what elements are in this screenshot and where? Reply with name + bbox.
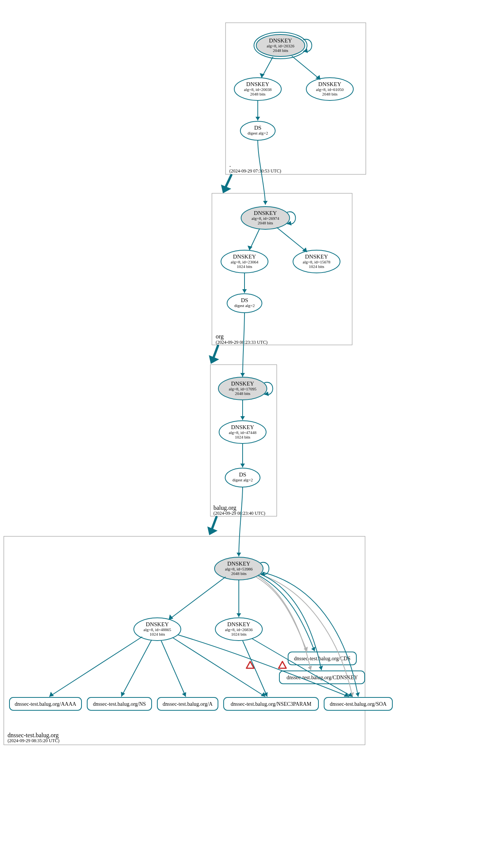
svg-text:2048 bits: 2048 bits xyxy=(235,391,251,396)
svg-text:dnssec-test.balug.org/AAAA: dnssec-test.balug.org/AAAA xyxy=(15,701,77,707)
node-root-ds[interactable]: DS digest alg=2 xyxy=(240,121,275,140)
node-root-ksk[interactable]: DNSKEY alg=8, id=20326 2048 bits xyxy=(254,32,307,59)
svg-text:DNSKEY: DNSKEY xyxy=(227,621,251,627)
svg-text:2048 bits: 2048 bits xyxy=(322,92,338,96)
dnssec-diagram: . (2024-09-29 07:30:53 UTC) DNSKEY alg=8… xyxy=(0,0,500,868)
svg-marker-19 xyxy=(255,117,260,121)
svg-text:alg=8, id=26974: alg=8, id=26974 xyxy=(252,216,279,221)
svg-marker-58 xyxy=(237,553,241,556)
edge-zsk1-a xyxy=(161,641,186,697)
svg-text:DS: DS xyxy=(239,472,246,478)
svg-marker-102 xyxy=(279,661,286,668)
svg-text:alg=8, id=20038: alg=8, id=20038 xyxy=(244,87,272,92)
svg-text:1024 bits: 1024 bits xyxy=(235,435,251,439)
svg-text:DNSKEY: DNSKEY xyxy=(231,381,254,387)
warning-icon xyxy=(279,661,286,668)
svg-text:alg=8, id=61050: alg=8, id=61050 xyxy=(316,87,344,92)
svg-text:alg=8, id=17095: alg=8, id=17095 xyxy=(229,387,257,391)
zone-root: . (2024-09-29 07:30:53 UTC) DNSKEY alg=8… xyxy=(226,23,366,174)
svg-text:DNSKEY: DNSKEY xyxy=(227,561,251,567)
svg-text:1024 bits: 1024 bits xyxy=(237,264,252,269)
edge-zone-root-org xyxy=(226,175,231,187)
node-dnssec-ksk[interactable]: DNSKEY alg=8, id=53986 2048 bits xyxy=(215,557,263,580)
svg-text:DNSKEY: DNSKEY xyxy=(146,621,169,627)
svg-text:DS: DS xyxy=(254,125,261,131)
node-root-zsk1[interactable]: DNSKEY alg=8, id=20038 2048 bits xyxy=(234,78,281,100)
svg-text:alg=8, id=23064: alg=8, id=23064 xyxy=(231,260,259,264)
svg-text:1024 bits: 1024 bits xyxy=(150,632,165,636)
svg-text:2048 bits: 2048 bits xyxy=(258,221,273,225)
edge-balug-ds-dnssec-ksk xyxy=(239,487,243,556)
svg-marker-101 xyxy=(246,661,254,668)
svg-marker-73 xyxy=(237,613,241,617)
zone-dnssec-box xyxy=(4,536,365,745)
svg-marker-42 xyxy=(240,373,245,377)
zone-org-label: org xyxy=(216,333,224,340)
node-root-zsk2[interactable]: DNSKEY alg=8, id=61050 2048 bits xyxy=(306,78,353,100)
edge-org-ksk-zsk2 xyxy=(277,227,307,252)
svg-marker-56 xyxy=(240,464,245,467)
svg-text:DNSKEY: DNSKEY xyxy=(305,254,328,260)
svg-marker-95 xyxy=(121,692,125,697)
node-dnssec-zsk1[interactable]: DNSKEY alg=8, id=48865 1024 bits xyxy=(134,618,181,641)
svg-text:alg=8, id=47448: alg=8, id=47448 xyxy=(229,430,257,435)
edge-root-ksk-zsk2 xyxy=(292,56,320,80)
svg-text:dnssec-test.balug.org/SOA: dnssec-test.balug.org/SOA xyxy=(330,701,387,707)
svg-marker-35 xyxy=(248,246,252,250)
node-org-ds[interactable]: DS digest alg=2 xyxy=(227,294,262,313)
node-balug-ds[interactable]: DS digest alg=2 xyxy=(225,468,260,487)
svg-marker-21 xyxy=(263,201,268,205)
svg-text:1024 bits: 1024 bits xyxy=(309,264,324,269)
svg-text:dnssec-test.balug.org/A: dnssec-test.balug.org/A xyxy=(163,701,213,707)
zone-dnssec: dnssec-test.balug.org (2024-09-29 08:35:… xyxy=(4,487,392,745)
svg-text:digest alg=2: digest alg=2 xyxy=(234,303,255,308)
edge-ksk-cds xyxy=(259,575,315,651)
svg-text:DS: DS xyxy=(241,297,248,303)
rr-nsec3param[interactable]: dnssec-test.balug.org/NSEC3PARAM xyxy=(224,697,318,710)
zone-org-ts: (2024-09-29 08:23:33 UTC) xyxy=(216,340,268,345)
node-dnssec-zsk2[interactable]: DNSKEY alg=8, id=26836 1024 bits xyxy=(215,618,262,641)
edge-zone-balug-dnssec xyxy=(212,517,216,529)
node-balug-ksk[interactable]: DNSKEY alg=8, id=17095 2048 bits xyxy=(218,377,267,400)
svg-marker-40 xyxy=(242,289,247,293)
svg-text:alg=8, id=20326: alg=8, id=20326 xyxy=(267,44,295,48)
svg-text:alg=8, id=48865: alg=8, id=48865 xyxy=(144,627,171,632)
svg-text:alg=8, id=15678: alg=8, id=15678 xyxy=(303,260,331,264)
rr-ns[interactable]: dnssec-test.balug.org/NS xyxy=(87,697,152,710)
rr-a[interactable]: dnssec-test.balug.org/A xyxy=(157,697,218,710)
edge-zsk1-ns xyxy=(121,640,152,697)
svg-text:alg=8, id=26836: alg=8, id=26836 xyxy=(225,627,253,632)
svg-text:digest alg=2: digest alg=2 xyxy=(248,131,268,135)
rr-soa[interactable]: dnssec-test.balug.org/SOA xyxy=(324,697,392,710)
edge-dnssec-ksk-zsk1 xyxy=(169,577,226,620)
svg-marker-5 xyxy=(303,49,308,53)
svg-text:DNSKEY: DNSKEY xyxy=(246,81,270,87)
svg-text:2048 bits: 2048 bits xyxy=(273,48,288,53)
node-org-ksk[interactable]: DNSKEY alg=8, id=26974 2048 bits xyxy=(241,207,290,229)
rr-cdnskey[interactable]: dnssec-test.balug.org/CDNSKEY xyxy=(279,671,365,684)
svg-text:DNSKEY: DNSKEY xyxy=(254,210,277,216)
node-org-zsk1[interactable]: DNSKEY alg=8, id=23064 1024 bits xyxy=(221,250,268,273)
svg-text:2048 bits: 2048 bits xyxy=(250,92,266,96)
rr-aaaa[interactable]: dnssec-test.balug.org/AAAA xyxy=(9,697,82,710)
edge-zsk2-soa xyxy=(252,639,353,697)
svg-text:alg=8, id=53986: alg=8, id=53986 xyxy=(225,567,253,571)
node-org-zsk2[interactable]: DNSKEY alg=8, id=15678 1024 bits xyxy=(293,250,340,273)
zone-root-label: . xyxy=(229,161,231,168)
svg-text:DNSKEY: DNSKEY xyxy=(318,81,342,87)
svg-text:DNSKEY: DNSKEY xyxy=(231,424,254,430)
edge-zone-org-balug xyxy=(213,346,218,358)
svg-marker-52 xyxy=(240,416,245,420)
node-balug-zsk[interactable]: DNSKEY alg=8, id=47448 1024 bits xyxy=(219,421,266,443)
edge-zsk1-aaaa xyxy=(49,637,142,697)
zone-balug-ts: (2024-09-29 08:23:40 UTC) xyxy=(213,511,265,516)
svg-text:2048 bits: 2048 bits xyxy=(231,571,247,576)
zone-dnssec-ts: (2024-09-29 08:35:20 UTC) xyxy=(8,738,60,743)
svg-text:1024 bits: 1024 bits xyxy=(231,632,247,636)
svg-text:DNSKEY: DNSKEY xyxy=(233,254,256,260)
warning-icon xyxy=(246,661,254,668)
svg-text:dnssec-test.balug.org/NSEC3PAR: dnssec-test.balug.org/NSEC3PARAM xyxy=(230,701,312,707)
zone-root-ts: (2024-09-29 07:30:53 UTC) xyxy=(229,168,281,174)
svg-text:DNSKEY: DNSKEY xyxy=(269,38,292,44)
svg-text:dnssec-test.balug.org/NS: dnssec-test.balug.org/NS xyxy=(93,701,146,707)
